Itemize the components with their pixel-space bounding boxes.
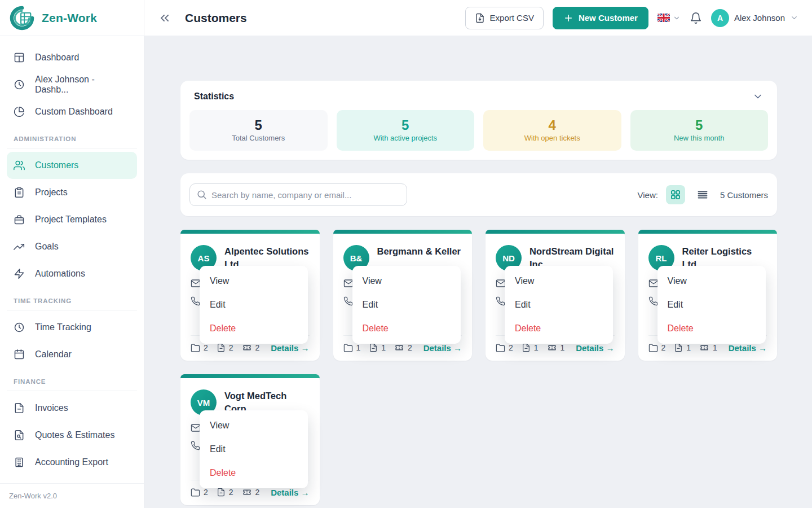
card-accent-bar [638, 230, 778, 234]
list-view-button[interactable] [693, 185, 712, 204]
menu-item-view[interactable]: View [352, 270, 461, 292]
phone-icon [496, 296, 505, 306]
sidebar-item-dashboard[interactable]: Dashboard [0, 44, 144, 71]
sidebar-item-label: Custom Dashboard [35, 107, 113, 117]
sidebar-item-label: Invoices [35, 403, 68, 413]
details-link[interactable]: Details → [423, 343, 462, 353]
sidebar-item-custom-dashboard[interactable]: Custom Dashboard [0, 98, 144, 125]
projects-count: 2 [496, 343, 513, 353]
search-icon [196, 189, 207, 200]
sidebar-item-label: Projects [35, 187, 68, 198]
menu-item-edit[interactable]: Edit [657, 294, 766, 316]
menu-item-delete[interactable]: Delete [657, 318, 766, 339]
sidebar-item-quotes-estimates[interactable]: Quotes & Estimates [0, 422, 144, 449]
documents-count: 2 [217, 488, 233, 497]
search-input[interactable] [189, 183, 407, 206]
sidebar-item-automations[interactable]: Automations [0, 260, 144, 287]
menu-item-delete[interactable]: Delete [200, 318, 308, 339]
menu-item-delete[interactable]: Delete [505, 318, 613, 339]
customer-card: RL Reiter Logistics Ltd [638, 230, 778, 361]
projects-count: 2 [191, 488, 208, 497]
documents-count: 2 [217, 343, 233, 352]
sidebar: Zen-Work Dashboard Alex Johnson - Dashb.… [0, 0, 144, 508]
phone-icon [191, 296, 200, 306]
tickets-count: 2 [394, 343, 412, 353]
menu-item-delete[interactable]: Delete [352, 318, 461, 339]
sidebar-item-goals[interactable]: Goals [0, 233, 144, 260]
grid-view-button[interactable] [666, 185, 685, 204]
building-icon [14, 456, 26, 468]
folder-icon [191, 488, 200, 497]
card-accent-bar [180, 230, 320, 234]
sidebar-item-label: Automations [35, 269, 85, 279]
projects-count: 2 [191, 343, 208, 353]
zen-work-logo-icon [9, 5, 35, 31]
zap-icon [14, 268, 26, 280]
sidebar-item-customers[interactable]: Customers [7, 152, 137, 179]
card-context-menu: View Edit Delete [200, 266, 308, 344]
folder-icon [496, 343, 505, 353]
customer-card: VM Vogt MedTech Corp [180, 374, 320, 505]
language-selector[interactable] [657, 14, 681, 22]
document-icon [369, 343, 378, 352]
ticket-icon [547, 343, 557, 353]
sidebar-item-label: Dashboard [35, 52, 79, 63]
menu-item-edit[interactable]: Edit [200, 294, 308, 316]
menu-item-view[interactable]: View [200, 415, 308, 436]
statistics-title: Statistics [194, 91, 234, 102]
sidebar-item-project-templates[interactable]: Project Templates [0, 206, 144, 233]
details-link[interactable]: Details → [271, 488, 309, 497]
plus-icon [563, 13, 573, 23]
sidebar-item-label: Time Tracking [35, 322, 91, 332]
user-menu[interactable]: A Alex Johnson [711, 9, 798, 27]
file-search-icon [14, 429, 26, 441]
new-customer-button[interactable]: New Customer [553, 7, 648, 29]
folder-icon [343, 343, 353, 353]
clipboard-icon [14, 186, 26, 199]
documents-count: 1 [522, 343, 539, 352]
folder-icon [648, 343, 658, 353]
menu-item-view[interactable]: View [200, 270, 308, 292]
menu-item-view[interactable]: View [505, 270, 613, 292]
export-csv-button[interactable]: Export CSV [465, 7, 544, 29]
menu-item-view[interactable]: View [657, 270, 766, 292]
menu-item-delete[interactable]: Delete [200, 462, 308, 484]
sidebar-item-invoices[interactable]: Invoices [0, 395, 144, 422]
sidebar-item-label: Calendar [35, 349, 72, 360]
card-context-menu: View Edit Delete [657, 266, 766, 344]
details-link[interactable]: Details → [729, 343, 767, 353]
user-name: Alex Johnson [734, 13, 785, 23]
details-link[interactable]: Details → [576, 343, 614, 353]
sidebar-collapse-icon[interactable] [158, 11, 171, 25]
clock-icon [14, 78, 26, 91]
projects-count: 1 [343, 343, 361, 353]
menu-item-edit[interactable]: Edit [352, 294, 461, 316]
sidebar-item-label: Project Templates [35, 214, 107, 225]
chevron-down-icon [790, 14, 798, 22]
stat-new-this-month: 5 New this month [630, 110, 769, 151]
sidebar-item-time-tracking[interactable]: Time Tracking [0, 314, 144, 341]
ticket-icon [242, 487, 252, 497]
brand-name: Zen-Work [42, 11, 97, 25]
sidebar-item-label: Accounting Export [35, 457, 108, 467]
sidebar-item-label: Customers [35, 160, 78, 170]
sidebar-item-alex-dashboard[interactable]: Alex Johnson - Dashb... [0, 71, 144, 98]
dashboard-icon [14, 51, 26, 64]
sidebar-item-projects[interactable]: Projects [0, 179, 144, 206]
documents-count: 1 [369, 343, 386, 352]
projects-count: 2 [648, 343, 666, 353]
sidebar-item-label: Quotes & Estimates [35, 430, 114, 440]
menu-item-edit[interactable]: Edit [505, 294, 613, 316]
menu-item-edit[interactable]: Edit [200, 439, 308, 460]
ticket-icon [699, 343, 709, 353]
card-accent-bar [180, 374, 320, 378]
customer-count: 5 Customers [720, 190, 768, 200]
notifications-bell-icon[interactable] [690, 12, 702, 24]
tickets-count: 2 [242, 487, 260, 497]
document-icon [217, 488, 226, 497]
sidebar-item-accounting-export[interactable]: Accounting Export [0, 449, 144, 476]
sidebar-item-calendar[interactable]: Calendar [0, 341, 144, 368]
details-link[interactable]: Details → [271, 343, 309, 353]
collapse-statistics-icon[interactable] [752, 91, 764, 102]
card-context-menu: View Edit Delete [352, 266, 461, 344]
